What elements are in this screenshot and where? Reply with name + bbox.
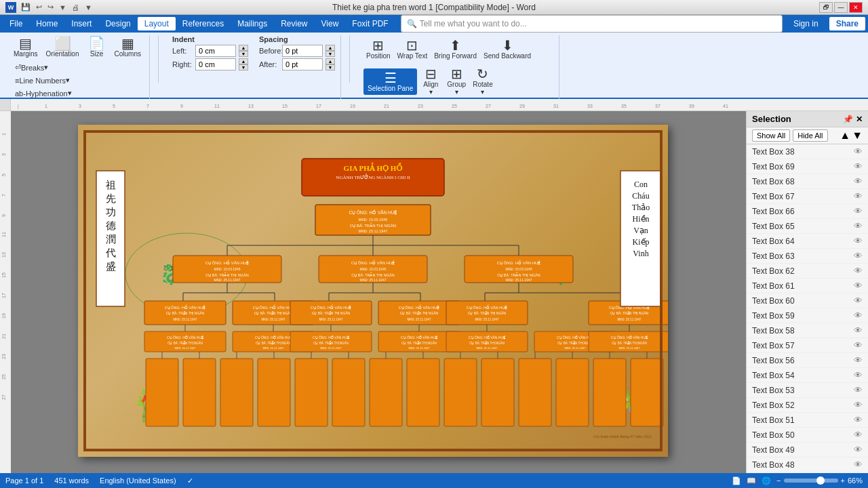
sel-list-item[interactable]: Text Box 53👁 bbox=[747, 383, 868, 398]
right-indent-up[interactable]: ▲ bbox=[239, 58, 248, 64]
menu-design[interactable]: Design bbox=[98, 17, 137, 30]
visibility-icon[interactable]: 👁 bbox=[854, 460, 863, 470]
size-btn[interactable]: 📄 Size bbox=[85, 35, 109, 59]
sel-pin-icon[interactable]: 📌 bbox=[843, 115, 853, 124]
sel-list-item[interactable]: Text Box 69👁 bbox=[747, 159, 868, 174]
columns-btn[interactable]: ▦ Columns bbox=[112, 35, 144, 59]
save-qa-btn[interactable]: 💾 bbox=[19, 3, 33, 12]
sel-list-item[interactable]: Text Box 61👁 bbox=[747, 279, 868, 293]
zoom-in-btn[interactable]: + bbox=[841, 476, 845, 485]
visibility-icon[interactable]: 👁 bbox=[854, 296, 863, 306]
left-indent-down[interactable]: ▼ bbox=[239, 51, 248, 57]
after-spacing-input[interactable] bbox=[282, 58, 323, 70]
sel-up-icon[interactable]: ▲ bbox=[840, 129, 850, 142]
send-backward-btn[interactable]: ⬇ Send Backward bbox=[481, 37, 534, 61]
menu-layout[interactable]: Layout bbox=[138, 17, 176, 30]
sel-list-item[interactable]: Text Box 60👁 bbox=[747, 293, 868, 308]
visibility-icon[interactable]: 👁 bbox=[854, 221, 863, 231]
visibility-icon[interactable]: 👁 bbox=[854, 176, 863, 186]
sel-list-item[interactable]: Text Box 54👁 bbox=[747, 368, 868, 383]
sel-list-item[interactable]: Text Box 62👁 bbox=[747, 264, 868, 279]
before-spacing-down[interactable]: ▼ bbox=[326, 51, 335, 57]
menu-review[interactable]: Review bbox=[274, 17, 314, 30]
sel-list-item[interactable]: Text Box 59👁 bbox=[747, 308, 868, 323]
view-read-icon[interactable]: 📖 bbox=[747, 476, 756, 485]
sel-list-item[interactable]: Text Box 45👁 bbox=[747, 472, 868, 473]
sign-in-btn[interactable]: Sign in bbox=[788, 17, 824, 30]
sel-list-item[interactable]: Text Box 48👁 bbox=[747, 458, 868, 472]
visibility-icon[interactable]: 👁 bbox=[854, 236, 863, 246]
group-btn[interactable]: ⊞ Group ▾ bbox=[444, 66, 469, 97]
sel-list-item[interactable]: Text Box 50👁 bbox=[747, 428, 868, 443]
minimize-btn[interactable]: — bbox=[834, 2, 848, 13]
document-canvas[interactable]: 1 3 5 7 9 11 13 15 17 19 21 23 25 27 bbox=[0, 111, 746, 473]
sel-list-item[interactable]: Text Box 58👁 bbox=[747, 323, 868, 338]
zoom-slider[interactable] bbox=[784, 479, 838, 483]
restore-btn[interactable]: 🗗 bbox=[819, 2, 833, 13]
right-indent-down[interactable]: ▼ bbox=[239, 64, 248, 70]
print-qa-btn[interactable]: 🖨 bbox=[70, 3, 81, 12]
visibility-icon[interactable]: 👁 bbox=[854, 310, 863, 321]
visibility-icon[interactable]: 👁 bbox=[854, 445, 863, 455]
view-web-icon[interactable]: 🌐 bbox=[762, 476, 771, 485]
redo-qa-btn[interactable]: ↪ bbox=[45, 3, 56, 12]
after-spacing-down[interactable]: ▼ bbox=[326, 64, 335, 70]
sel-list-item[interactable]: Text Box 64👁 bbox=[747, 234, 868, 249]
sel-close-icon[interactable]: ✕ bbox=[856, 115, 863, 124]
position-btn[interactable]: ⊞ Position bbox=[363, 37, 393, 61]
close-btn[interactable]: ✕ bbox=[849, 2, 863, 13]
sel-list-item[interactable]: Text Box 49👁 bbox=[747, 443, 868, 458]
right-indent-input[interactable] bbox=[195, 58, 236, 70]
visibility-icon[interactable]: 👁 bbox=[854, 370, 863, 380]
more-qa-btn[interactable]: ▼ bbox=[83, 3, 94, 12]
sel-list-item[interactable]: Text Box 68👁 bbox=[747, 174, 868, 189]
line-numbers-btn[interactable]: ≡ Line Numbers ▾ bbox=[11, 75, 76, 86]
view-normal-icon[interactable]: 📄 bbox=[732, 476, 741, 485]
share-btn[interactable]: Share bbox=[829, 17, 865, 30]
menu-mailings[interactable]: Mailings bbox=[231, 17, 274, 30]
rotate-btn[interactable]: ↻ Rotate ▾ bbox=[470, 66, 495, 97]
left-indent-input[interactable] bbox=[195, 45, 236, 57]
wrap-text-btn[interactable]: ⊡ Wrap Text bbox=[395, 37, 431, 61]
sel-list-item[interactable]: Text Box 52👁 bbox=[747, 398, 868, 413]
sel-list-item[interactable]: Text Box 66👁 bbox=[747, 204, 868, 219]
sel-list-item[interactable]: Text Box 63👁 bbox=[747, 249, 868, 264]
zoom-thumb[interactable] bbox=[816, 476, 825, 485]
sel-down-icon[interactable]: ▼ bbox=[852, 129, 863, 142]
sel-list-item[interactable]: Text Box 56👁 bbox=[747, 353, 868, 368]
left-indent-up[interactable]: ▲ bbox=[239, 45, 248, 51]
visibility-icon[interactable]: 👁 bbox=[854, 430, 863, 440]
orientation-btn[interactable]: ⬜ Orientation bbox=[43, 35, 82, 59]
sel-list-item[interactable]: Text Box 38👁 bbox=[747, 144, 868, 159]
align-btn[interactable]: ⊟ Align ▾ bbox=[418, 66, 443, 97]
selection-pane-btn[interactable]: ☰ Selection Pane bbox=[363, 68, 417, 95]
visibility-icon[interactable]: 👁 bbox=[854, 161, 863, 171]
hide-all-btn[interactable]: Hide All bbox=[793, 129, 827, 142]
undo-qa-btn[interactable]: ↩ bbox=[34, 3, 44, 12]
show-all-btn[interactable]: Show All bbox=[752, 129, 790, 142]
after-spacing-up[interactable]: ▲ bbox=[326, 58, 335, 64]
visibility-icon[interactable]: 👁 bbox=[854, 340, 863, 350]
visibility-icon[interactable]: 👁 bbox=[854, 281, 863, 291]
bring-forward-btn[interactable]: ⬆ Bring Forward bbox=[431, 37, 479, 61]
sel-list-item[interactable]: Text Box 57👁 bbox=[747, 338, 868, 353]
before-spacing-up[interactable]: ▲ bbox=[326, 45, 335, 51]
customize-qa-btn[interactable]: ▼ bbox=[57, 3, 68, 12]
visibility-icon[interactable]: 👁 bbox=[854, 146, 863, 157]
tell-me-search[interactable]: 🔍 Tell me what you want to do... bbox=[401, 15, 783, 33]
zoom-out-btn[interactable]: − bbox=[776, 476, 781, 485]
visibility-icon[interactable]: 👁 bbox=[854, 325, 863, 336]
menu-view[interactable]: View bbox=[315, 17, 346, 30]
menu-file[interactable]: File bbox=[3, 17, 29, 30]
sel-list-item[interactable]: Text Box 51👁 bbox=[747, 413, 868, 428]
visibility-icon[interactable]: 👁 bbox=[854, 415, 863, 425]
visibility-icon[interactable]: 👁 bbox=[854, 400, 863, 410]
before-spacing-input[interactable] bbox=[282, 45, 323, 57]
visibility-icon[interactable]: 👁 bbox=[854, 355, 863, 365]
menu-home[interactable]: Home bbox=[29, 17, 64, 30]
visibility-icon[interactable]: 👁 bbox=[854, 251, 863, 261]
menu-references[interactable]: References bbox=[176, 17, 231, 30]
visibility-icon[interactable]: 👁 bbox=[854, 385, 863, 395]
margins-btn[interactable]: ▤ Margins bbox=[11, 35, 41, 59]
visibility-icon[interactable]: 👁 bbox=[854, 191, 863, 201]
